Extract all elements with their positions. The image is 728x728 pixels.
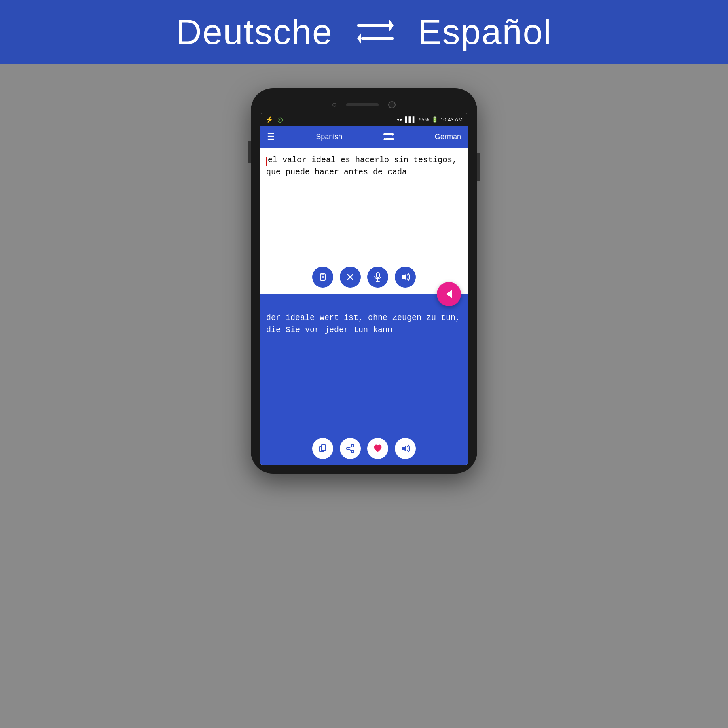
menu-button[interactable]: ☰ <box>267 131 275 142</box>
svg-point-23 <box>351 450 354 453</box>
usb-icon: ⚡ <box>265 116 273 123</box>
status-bar: ⚡ ◎ ▾▾ ▌▌▌ 65% 🔋 10:43 AM <box>260 113 468 126</box>
android-icon: ◎ <box>277 116 283 123</box>
phone-screen: ⚡ ◎ ▾▾ ▌▌▌ 65% 🔋 10:43 AM ☰ Spanish <box>260 113 468 465</box>
svg-marker-3 <box>357 33 361 44</box>
wifi-icon: ▾▾ <box>397 116 402 123</box>
copy-button[interactable] <box>312 438 333 459</box>
svg-marker-7 <box>383 138 385 141</box>
input-text[interactable]: el valor ideal es hacerlo sin testigos, … <box>266 154 462 178</box>
output-buttons <box>260 432 468 465</box>
svg-point-21 <box>351 444 354 447</box>
share-button[interactable] <box>340 438 361 459</box>
svg-line-24 <box>349 447 351 448</box>
phone-speaker <box>346 103 379 106</box>
output-area: der ideale Wert ist, ohne Zeugen zu tun,… <box>260 294 468 432</box>
svg-marker-5 <box>392 133 394 136</box>
signal-icon: ▌▌▌ <box>405 116 416 123</box>
translate-button[interactable] <box>437 282 461 306</box>
power-button <box>477 153 480 181</box>
input-sound-button[interactable] <box>395 267 416 288</box>
input-buttons <box>260 261 468 294</box>
swap-languages-button[interactable] <box>383 133 394 141</box>
banner-swap-icon[interactable] <box>357 20 394 44</box>
target-language-label[interactable]: German <box>435 133 461 141</box>
clock: 10:43 AM <box>440 116 463 123</box>
battery-icon: 🔋 <box>432 116 438 123</box>
svg-point-22 <box>347 447 349 450</box>
clipboard-button[interactable] <box>312 267 333 288</box>
microphone-button[interactable] <box>367 267 388 288</box>
svg-marker-1 <box>389 20 394 31</box>
favorite-button[interactable] <box>367 438 388 459</box>
clear-button[interactable] <box>340 267 361 288</box>
svg-rect-20 <box>321 445 326 451</box>
app-header: ☰ Spanish German <box>260 126 468 148</box>
phone-wrapper: ⚡ ◎ ▾▾ ▌▌▌ 65% 🔋 10:43 AM ☰ Spanish <box>251 88 477 728</box>
output-sound-button[interactable] <box>395 438 416 459</box>
status-left: ⚡ ◎ <box>265 116 283 123</box>
output-text: der ideale Wert ist, ohne Zeugen zu tun,… <box>266 312 462 336</box>
svg-marker-17 <box>402 273 406 281</box>
phone: ⚡ ◎ ▾▾ ▌▌▌ 65% 🔋 10:43 AM ☰ Spanish <box>251 88 477 474</box>
speaker-hole <box>332 103 336 107</box>
input-area[interactable]: el valor ideal es hacerlo sin testigos, … <box>260 148 468 261</box>
svg-rect-2 <box>361 37 394 40</box>
battery-level: 65% <box>419 116 429 123</box>
svg-line-25 <box>349 449 351 451</box>
svg-marker-26 <box>402 445 406 452</box>
top-banner: Deutsche Español <box>0 0 728 64</box>
volume-button <box>248 141 251 163</box>
text-cursor <box>266 157 267 166</box>
svg-rect-4 <box>383 133 392 135</box>
phone-top <box>260 97 468 113</box>
status-right: ▾▾ ▌▌▌ 65% 🔋 10:43 AM <box>397 116 463 123</box>
svg-rect-6 <box>385 138 394 140</box>
banner-source-lang: Deutsche <box>176 11 333 53</box>
input-controls <box>260 261 468 294</box>
svg-rect-0 <box>357 24 389 27</box>
camera <box>388 101 396 108</box>
source-language-label[interactable]: Spanish <box>316 133 342 141</box>
banner-target-lang: Español <box>418 11 552 53</box>
svg-rect-14 <box>376 273 379 278</box>
svg-marker-18 <box>446 290 452 298</box>
